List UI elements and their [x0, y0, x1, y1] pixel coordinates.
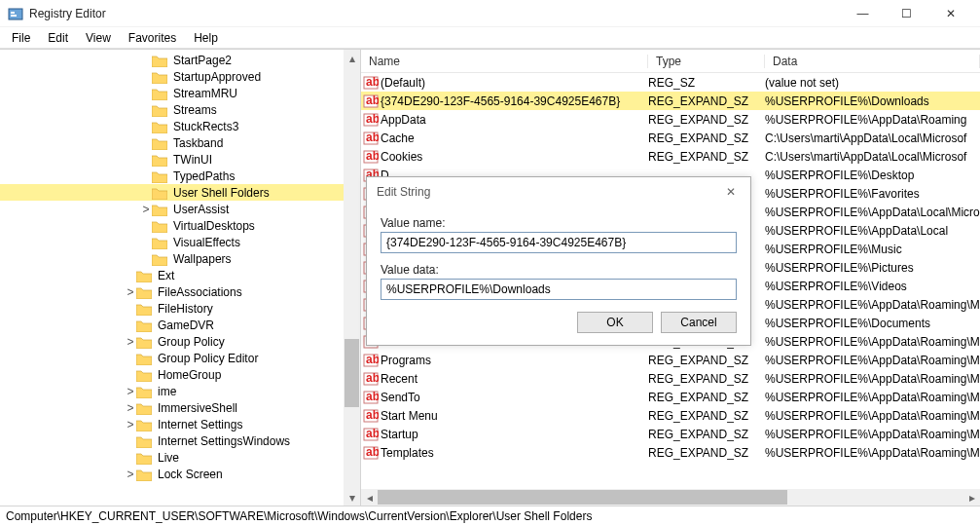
tree-item[interactable]: VirtualDesktops [0, 217, 344, 234]
tree-item[interactable]: Taskband [0, 134, 344, 151]
table-row[interactable]: abSendToREG_EXPAND_SZ%USERPROFILE%\AppDa… [361, 388, 980, 406]
cancel-button[interactable]: Cancel [661, 312, 737, 333]
tree-item[interactable]: >Lock Screen [0, 466, 344, 482]
tree-caret-empty [125, 270, 136, 281]
tree-item[interactable]: StuckRects3 [0, 118, 344, 134]
hscroll-track[interactable] [378, 489, 963, 506]
tree-item-label: Taskband [171, 136, 225, 150]
tree-item[interactable]: HomeGroup [0, 366, 344, 383]
table-row[interactable]: ab(Default)REG_SZ(value not set) [361, 73, 980, 92]
menu-favorites[interactable]: Favorites [121, 29, 184, 47]
tree-item[interactable]: Live [0, 449, 344, 466]
scroll-thumb[interactable] [345, 339, 359, 407]
tree-item[interactable]: StreamMRU [0, 85, 344, 101]
scroll-down-icon[interactable]: ▾ [344, 489, 360, 506]
tree-item-label: User Shell Folders [171, 186, 272, 200]
scroll-up-icon[interactable]: ▴ [344, 50, 360, 66]
tree-scrollbar[interactable]: ▴ ▾ [344, 50, 360, 506]
header-type[interactable]: Type [648, 55, 765, 68]
expand-icon[interactable]: > [125, 419, 136, 431]
cell-data: %USERPROFILE%\Downloads [765, 94, 980, 108]
table-row[interactable]: abCacheREG_EXPAND_SZC:\Users\marti\AppDa… [361, 129, 980, 147]
string-value-icon: ab [361, 408, 381, 424]
table-row[interactable]: abAppDataREG_EXPAND_SZ%USERPROFILE%\AppD… [361, 110, 980, 129]
scroll-left-icon[interactable]: ◂ [361, 489, 378, 506]
svg-rect-2 [11, 15, 17, 17]
cell-type: REG_SZ [648, 76, 765, 90]
cell-name: Templates [381, 446, 648, 460]
folder-icon [152, 53, 171, 66]
tree-item[interactable]: >Internet Settings [0, 416, 344, 432]
tree-caret-empty [140, 237, 152, 248]
tree-item[interactable]: >FileAssociations [0, 283, 344, 300]
tree-item[interactable]: TypedPaths [0, 168, 344, 184]
hscroll-thumb[interactable] [378, 490, 787, 505]
tree[interactable]: StartPage2StartupApprovedStreamMRUStream… [0, 50, 344, 506]
value-data-input[interactable] [381, 279, 737, 300]
svg-text:ab: ab [366, 408, 379, 422]
tree-item[interactable]: >Group Policy [0, 333, 344, 350]
cell-data: %USERPROFILE%\AppData\Roaming\M [765, 372, 980, 386]
table-row[interactable]: abProgramsREG_EXPAND_SZ%USERPROFILE%\App… [361, 351, 980, 369]
tree-item[interactable]: GameDVR [0, 317, 344, 333]
menu-edit[interactable]: Edit [40, 29, 76, 47]
cell-data: %USERPROFILE%\Favorites [765, 187, 980, 201]
folder-icon [152, 86, 171, 99]
tree-item[interactable]: StartupApproved [0, 68, 344, 85]
tree-item-label: TypedPaths [171, 169, 236, 183]
tree-item-label: FileHistory [156, 302, 215, 316]
folder-icon [152, 218, 171, 232]
dialog-close-icon[interactable]: ✕ [721, 185, 741, 199]
tree-item[interactable]: >UserAssist [0, 201, 344, 217]
expand-icon[interactable]: > [125, 286, 136, 298]
tree-item-label: Wallpapers [171, 252, 234, 266]
tree-item[interactable]: TWinUI [0, 151, 344, 168]
cell-data: %USERPROFILE%\Music [765, 243, 980, 256]
close-button[interactable]: ✕ [928, 0, 972, 27]
expand-icon[interactable]: > [140, 204, 152, 215]
minimize-button[interactable]: — [841, 0, 885, 27]
tree-item[interactable]: User Shell Folders [0, 184, 344, 201]
list-header: Name Type Data [361, 50, 980, 73]
table-row[interactable]: ab{374DE290-123F-4565-9164-39C4925E467B}… [361, 92, 980, 110]
header-data[interactable]: Data [765, 55, 980, 68]
tree-item[interactable]: StartPage2 [0, 52, 344, 68]
title-bar: Registry Editor — ☐ ✕ [0, 0, 980, 27]
cell-name: Cookies [381, 150, 648, 164]
table-row[interactable]: abRecentREG_EXPAND_SZ%USERPROFILE%\AppDa… [361, 369, 980, 388]
expand-icon[interactable]: > [125, 469, 136, 480]
tree-item[interactable]: Internet SettingsWindows [0, 432, 344, 449]
value-name-input[interactable] [381, 232, 737, 253]
menu-view[interactable]: View [78, 29, 119, 47]
tree-item[interactable]: >ime [0, 383, 344, 399]
folder-icon [136, 467, 156, 480]
expand-icon[interactable]: > [125, 386, 136, 397]
dialog-title-bar[interactable]: Edit String ✕ [367, 177, 750, 206]
menu-file[interactable]: File [4, 29, 38, 47]
ok-button[interactable]: OK [577, 312, 653, 333]
tree-item-label: Ext [156, 269, 176, 282]
tree-item[interactable]: Streams [0, 101, 344, 118]
header-name[interactable]: Name [361, 55, 648, 68]
list-hscrollbar[interactable]: ◂ ▸ [361, 489, 980, 506]
tree-caret-empty [140, 170, 152, 182]
cell-data: %USERPROFILE%\AppData\Local [765, 224, 980, 238]
table-row[interactable]: abStartupREG_EXPAND_SZ%USERPROFILE%\AppD… [361, 425, 980, 443]
tree-item[interactable]: >ImmersiveShell [0, 399, 344, 416]
table-row[interactable]: abStart MenuREG_EXPAND_SZ%USERPROFILE%\A… [361, 406, 980, 425]
tree-item-label: Live [156, 451, 181, 465]
tree-item[interactable]: Wallpapers [0, 250, 344, 267]
table-row[interactable]: abTemplatesREG_EXPAND_SZ%USERPROFILE%\Ap… [361, 443, 980, 462]
tree-item[interactable]: VisualEffects [0, 234, 344, 250]
expand-icon[interactable]: > [125, 336, 136, 348]
tree-item-label: Streams [171, 103, 219, 117]
maximize-button[interactable]: ☐ [885, 0, 928, 27]
menu-help[interactable]: Help [186, 29, 226, 47]
tree-item[interactable]: Group Policy Editor [0, 350, 344, 366]
tree-item[interactable]: Ext [0, 267, 344, 283]
tree-item[interactable]: FileHistory [0, 300, 344, 317]
expand-icon[interactable]: > [125, 402, 136, 414]
table-row[interactable]: abCookiesREG_EXPAND_SZC:\Users\marti\App… [361, 147, 980, 166]
tree-item-label: FileAssociations [156, 285, 244, 299]
scroll-right-icon[interactable]: ▸ [963, 489, 980, 506]
